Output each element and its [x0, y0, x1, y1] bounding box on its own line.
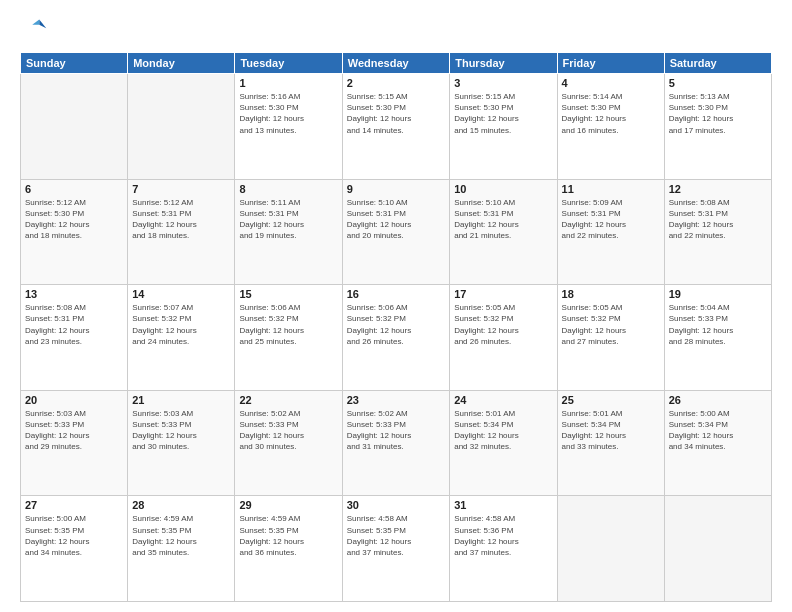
weekday-header: Wednesday [342, 53, 450, 74]
calendar-cell: 10Sunrise: 5:10 AM Sunset: 5:31 PM Dayli… [450, 179, 557, 285]
calendar-cell: 4Sunrise: 5:14 AM Sunset: 5:30 PM Daylig… [557, 74, 664, 180]
weekday-header: Sunday [21, 53, 128, 74]
day-number: 29 [239, 499, 337, 511]
day-number: 8 [239, 183, 337, 195]
day-info: Sunrise: 5:15 AM Sunset: 5:30 PM Dayligh… [347, 91, 446, 136]
calendar-cell: 12Sunrise: 5:08 AM Sunset: 5:31 PM Dayli… [664, 179, 771, 285]
day-number: 10 [454, 183, 552, 195]
day-info: Sunrise: 5:01 AM Sunset: 5:34 PM Dayligh… [454, 408, 552, 453]
calendar-cell: 8Sunrise: 5:11 AM Sunset: 5:31 PM Daylig… [235, 179, 342, 285]
day-number: 5 [669, 77, 767, 89]
day-info: Sunrise: 5:00 AM Sunset: 5:34 PM Dayligh… [669, 408, 767, 453]
calendar-cell: 7Sunrise: 5:12 AM Sunset: 5:31 PM Daylig… [128, 179, 235, 285]
calendar-cell: 24Sunrise: 5:01 AM Sunset: 5:34 PM Dayli… [450, 390, 557, 496]
day-number: 11 [562, 183, 660, 195]
day-number: 6 [25, 183, 123, 195]
day-number: 9 [347, 183, 446, 195]
day-number: 18 [562, 288, 660, 300]
calendar-cell: 2Sunrise: 5:15 AM Sunset: 5:30 PM Daylig… [342, 74, 450, 180]
day-number: 4 [562, 77, 660, 89]
weekday-header: Friday [557, 53, 664, 74]
calendar-cell: 9Sunrise: 5:10 AM Sunset: 5:31 PM Daylig… [342, 179, 450, 285]
calendar-cell: 29Sunrise: 4:59 AM Sunset: 5:35 PM Dayli… [235, 496, 342, 602]
calendar-cell: 25Sunrise: 5:01 AM Sunset: 5:34 PM Dayli… [557, 390, 664, 496]
day-info: Sunrise: 5:16 AM Sunset: 5:30 PM Dayligh… [239, 91, 337, 136]
day-info: Sunrise: 5:14 AM Sunset: 5:30 PM Dayligh… [562, 91, 660, 136]
day-number: 28 [132, 499, 230, 511]
day-info: Sunrise: 5:04 AM Sunset: 5:33 PM Dayligh… [669, 302, 767, 347]
calendar-cell: 5Sunrise: 5:13 AM Sunset: 5:30 PM Daylig… [664, 74, 771, 180]
day-info: Sunrise: 5:10 AM Sunset: 5:31 PM Dayligh… [347, 197, 446, 242]
day-info: Sunrise: 5:00 AM Sunset: 5:35 PM Dayligh… [25, 513, 123, 558]
calendar-header-row: SundayMondayTuesdayWednesdayThursdayFrid… [21, 53, 772, 74]
day-info: Sunrise: 5:08 AM Sunset: 5:31 PM Dayligh… [669, 197, 767, 242]
day-info: Sunrise: 5:08 AM Sunset: 5:31 PM Dayligh… [25, 302, 123, 347]
calendar-cell [664, 496, 771, 602]
logo [20, 16, 52, 44]
calendar-cell: 19Sunrise: 5:04 AM Sunset: 5:33 PM Dayli… [664, 285, 771, 391]
day-info: Sunrise: 5:13 AM Sunset: 5:30 PM Dayligh… [669, 91, 767, 136]
calendar-week-row: 6Sunrise: 5:12 AM Sunset: 5:30 PM Daylig… [21, 179, 772, 285]
day-number: 24 [454, 394, 552, 406]
day-number: 12 [669, 183, 767, 195]
day-info: Sunrise: 5:12 AM Sunset: 5:31 PM Dayligh… [132, 197, 230, 242]
calendar-cell: 11Sunrise: 5:09 AM Sunset: 5:31 PM Dayli… [557, 179, 664, 285]
day-number: 22 [239, 394, 337, 406]
calendar-cell: 26Sunrise: 5:00 AM Sunset: 5:34 PM Dayli… [664, 390, 771, 496]
day-number: 16 [347, 288, 446, 300]
logo-icon [20, 16, 48, 44]
weekday-header: Monday [128, 53, 235, 74]
calendar-cell: 27Sunrise: 5:00 AM Sunset: 5:35 PM Dayli… [21, 496, 128, 602]
day-number: 26 [669, 394, 767, 406]
header [20, 16, 772, 44]
day-number: 30 [347, 499, 446, 511]
calendar-cell: 1Sunrise: 5:16 AM Sunset: 5:30 PM Daylig… [235, 74, 342, 180]
day-number: 23 [347, 394, 446, 406]
calendar-cell: 30Sunrise: 4:58 AM Sunset: 5:35 PM Dayli… [342, 496, 450, 602]
calendar-cell: 31Sunrise: 4:58 AM Sunset: 5:36 PM Dayli… [450, 496, 557, 602]
svg-marker-1 [32, 20, 39, 25]
day-info: Sunrise: 5:10 AM Sunset: 5:31 PM Dayligh… [454, 197, 552, 242]
calendar-week-row: 13Sunrise: 5:08 AM Sunset: 5:31 PM Dayli… [21, 285, 772, 391]
day-info: Sunrise: 5:03 AM Sunset: 5:33 PM Dayligh… [132, 408, 230, 453]
day-info: Sunrise: 5:01 AM Sunset: 5:34 PM Dayligh… [562, 408, 660, 453]
day-info: Sunrise: 5:12 AM Sunset: 5:30 PM Dayligh… [25, 197, 123, 242]
day-info: Sunrise: 5:06 AM Sunset: 5:32 PM Dayligh… [347, 302, 446, 347]
calendar-cell [128, 74, 235, 180]
calendar-week-row: 1Sunrise: 5:16 AM Sunset: 5:30 PM Daylig… [21, 74, 772, 180]
day-info: Sunrise: 4:59 AM Sunset: 5:35 PM Dayligh… [239, 513, 337, 558]
day-number: 1 [239, 77, 337, 89]
calendar-cell: 3Sunrise: 5:15 AM Sunset: 5:30 PM Daylig… [450, 74, 557, 180]
day-info: Sunrise: 5:07 AM Sunset: 5:32 PM Dayligh… [132, 302, 230, 347]
calendar-cell: 20Sunrise: 5:03 AM Sunset: 5:33 PM Dayli… [21, 390, 128, 496]
day-number: 7 [132, 183, 230, 195]
day-info: Sunrise: 4:59 AM Sunset: 5:35 PM Dayligh… [132, 513, 230, 558]
svg-marker-0 [39, 20, 46, 29]
calendar-cell: 21Sunrise: 5:03 AM Sunset: 5:33 PM Dayli… [128, 390, 235, 496]
day-number: 27 [25, 499, 123, 511]
day-number: 31 [454, 499, 552, 511]
day-number: 20 [25, 394, 123, 406]
day-info: Sunrise: 4:58 AM Sunset: 5:36 PM Dayligh… [454, 513, 552, 558]
day-info: Sunrise: 5:11 AM Sunset: 5:31 PM Dayligh… [239, 197, 337, 242]
day-number: 21 [132, 394, 230, 406]
day-info: Sunrise: 5:03 AM Sunset: 5:33 PM Dayligh… [25, 408, 123, 453]
day-number: 13 [25, 288, 123, 300]
calendar-cell: 18Sunrise: 5:05 AM Sunset: 5:32 PM Dayli… [557, 285, 664, 391]
weekday-header: Thursday [450, 53, 557, 74]
day-number: 3 [454, 77, 552, 89]
day-info: Sunrise: 5:05 AM Sunset: 5:32 PM Dayligh… [454, 302, 552, 347]
day-info: Sunrise: 5:09 AM Sunset: 5:31 PM Dayligh… [562, 197, 660, 242]
calendar-cell [21, 74, 128, 180]
calendar-cell: 17Sunrise: 5:05 AM Sunset: 5:32 PM Dayli… [450, 285, 557, 391]
calendar-cell: 6Sunrise: 5:12 AM Sunset: 5:30 PM Daylig… [21, 179, 128, 285]
weekday-header: Saturday [664, 53, 771, 74]
day-info: Sunrise: 5:15 AM Sunset: 5:30 PM Dayligh… [454, 91, 552, 136]
day-info: Sunrise: 5:05 AM Sunset: 5:32 PM Dayligh… [562, 302, 660, 347]
calendar-cell: 23Sunrise: 5:02 AM Sunset: 5:33 PM Dayli… [342, 390, 450, 496]
day-info: Sunrise: 5:06 AM Sunset: 5:32 PM Dayligh… [239, 302, 337, 347]
day-info: Sunrise: 5:02 AM Sunset: 5:33 PM Dayligh… [239, 408, 337, 453]
day-number: 25 [562, 394, 660, 406]
page: SundayMondayTuesdayWednesdayThursdayFrid… [0, 0, 792, 612]
calendar-cell: 28Sunrise: 4:59 AM Sunset: 5:35 PM Dayli… [128, 496, 235, 602]
